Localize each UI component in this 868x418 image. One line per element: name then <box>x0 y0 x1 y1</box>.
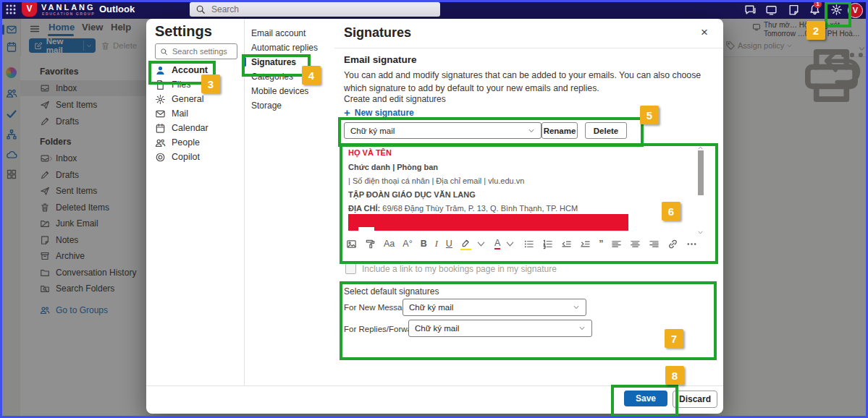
plus-icon: + <box>344 106 350 119</box>
notes-icon[interactable] <box>788 4 800 16</box>
settings-nav-copilot[interactable]: Copilot <box>146 150 240 164</box>
settings-search[interactable] <box>155 43 237 59</box>
delete-button[interactable]: Delete <box>585 122 627 139</box>
numbered-list-icon[interactable] <box>542 239 553 249</box>
subnav-storage[interactable]: Storage <box>251 98 327 113</box>
signature-banner-image <box>348 214 628 231</box>
subnav-selection-bar <box>244 57 246 67</box>
settings-nav-people[interactable]: People <box>146 135 240 150</box>
meet-icon[interactable] <box>765 4 778 16</box>
chevron-down-icon[interactable] <box>476 239 486 249</box>
brand-subtitle: EDUCATION GROUP <box>42 12 95 16</box>
rename-button[interactable]: Rename <box>542 122 578 139</box>
person-icon <box>155 65 166 76</box>
subnav-automatic-replies[interactable]: Automatic replies <box>251 40 327 55</box>
checkbox[interactable] <box>345 263 356 274</box>
subnav-signatures[interactable]: Signatures <box>251 55 327 69</box>
subnav-categories[interactable]: Categories <box>251 69 327 84</box>
align-center-icon[interactable] <box>630 239 641 249</box>
align-left-icon[interactable] <box>611 239 622 249</box>
italic-icon[interactable]: I <box>435 239 438 249</box>
chat-icon[interactable] <box>744 4 757 16</box>
align-right-icon[interactable] <box>649 239 660 249</box>
underline-icon[interactable]: U <box>446 239 452 249</box>
insert-image-icon[interactable] <box>346 239 357 249</box>
bulleted-list-icon[interactable] <box>523 239 534 249</box>
editor-scrollbar[interactable] <box>698 147 704 234</box>
format-painter-icon[interactable] <box>365 239 376 249</box>
settings-nav-account[interactable]: Account <box>146 63 240 77</box>
scroll-down-icon[interactable] <box>697 229 704 236</box>
editor-line: | Số điện thoại cá nhân | Địa chỉ email … <box>348 176 524 185</box>
chevron-down-icon <box>573 304 580 311</box>
settings-nav-mail[interactable]: Mail <box>146 106 240 121</box>
new-signature-button[interactable]: + New signature <box>344 106 414 119</box>
font-color-icon[interactable]: A <box>494 238 500 249</box>
replies-select[interactable]: Chữ ký mail <box>408 320 592 337</box>
editor-line: ĐỊA CHỈ: 69/68 Đặng Thùy Trâm, P. 13, Q.… <box>348 204 578 213</box>
subnav-email-account[interactable]: Email account <box>251 26 327 40</box>
nav-divider <box>244 19 245 385</box>
brand-name: VANLANG <box>41 3 96 12</box>
notification-badge: 1 <box>814 0 822 8</box>
save-button[interactable]: Save <box>624 391 667 406</box>
close-icon[interactable]: × <box>696 25 712 40</box>
quote-icon[interactable]: ” <box>599 239 603 249</box>
page-title: Signatures <box>344 25 411 40</box>
signature-select[interactable]: Chữ ký mail <box>344 122 542 139</box>
editor-line: HỌ VÀ TÊN <box>348 148 392 157</box>
settings-search-input[interactable] <box>171 46 232 56</box>
footer-divider <box>146 385 723 386</box>
file-icon <box>155 80 166 90</box>
outlook-window: V VANLANG EDUCATION GROUP Outlook 1 V Ho… <box>0 0 868 418</box>
bookings-checkbox-label: Include a link to my bookings page in my… <box>362 264 557 274</box>
settings-dialog: Settings Account Files General Mail Cale… <box>146 19 723 414</box>
font-size-icon[interactable]: A° <box>403 239 412 249</box>
editor-line: Chức danh | Phòng ban <box>348 163 438 171</box>
outdent-icon[interactable] <box>561 239 572 249</box>
font-icon[interactable]: Aa <box>384 239 395 249</box>
editor-line: TẬP ĐOÀN GIÁO DỤC VĂN LANG <box>348 190 476 199</box>
settings-gear-icon[interactable] <box>830 4 843 16</box>
email-signature-heading: Email signature <box>344 54 417 65</box>
search-icon <box>195 4 206 14</box>
people-icon <box>155 137 166 148</box>
create-edit-label: Create and edit signatures <box>344 94 446 104</box>
bookings-checkbox-row[interactable]: Include a link to my bookings page in my… <box>345 263 557 274</box>
chevron-down-icon <box>528 127 535 135</box>
editor-toolbar: Aa A° B I U A ” <box>346 235 701 252</box>
top-search[interactable] <box>190 2 440 17</box>
signature-editor[interactable]: HỌ VÀ TÊN Chức danh | Phòng ban | Số điệ… <box>340 144 712 257</box>
mail-icon <box>155 108 166 119</box>
settings-nav-calendar[interactable]: Calendar <box>146 121 240 135</box>
settings-title: Settings <box>155 23 212 40</box>
description: You can add and modify signatures that c… <box>344 69 716 95</box>
highlight-icon[interactable] <box>460 238 471 250</box>
search-input[interactable] <box>210 4 416 15</box>
defaults-heading: Select default signatures <box>344 286 439 297</box>
vanlang-logo: V <box>22 1 37 17</box>
divider <box>334 48 723 48</box>
avatar[interactable]: V <box>848 3 863 18</box>
chevron-down-icon <box>578 325 586 332</box>
top-bar: V VANLANG EDUCATION GROUP Outlook 1 V <box>0 0 868 19</box>
settings-nav-files[interactable]: Files <box>146 77 240 92</box>
gear-icon <box>155 94 166 105</box>
more-icon[interactable] <box>686 239 697 249</box>
subnav-mobile-devices[interactable]: Mobile devices <box>251 84 327 98</box>
discard-button[interactable]: Discard <box>673 391 717 408</box>
chevron-down-icon[interactable] <box>505 239 515 249</box>
scrollbar-thumb[interactable] <box>698 150 704 195</box>
new-messages-select[interactable]: Chữ ký mail <box>403 299 586 316</box>
app-name: Outlook <box>99 4 135 14</box>
link-icon[interactable] <box>667 239 678 249</box>
copilot-icon <box>155 152 166 163</box>
search-icon <box>160 48 168 56</box>
calendar-icon <box>155 123 166 134</box>
bold-icon[interactable]: B <box>421 239 427 249</box>
indent-icon[interactable] <box>580 239 591 249</box>
settings-nav-general[interactable]: General <box>146 92 240 106</box>
app-launcher-icon[interactable] <box>5 4 17 15</box>
